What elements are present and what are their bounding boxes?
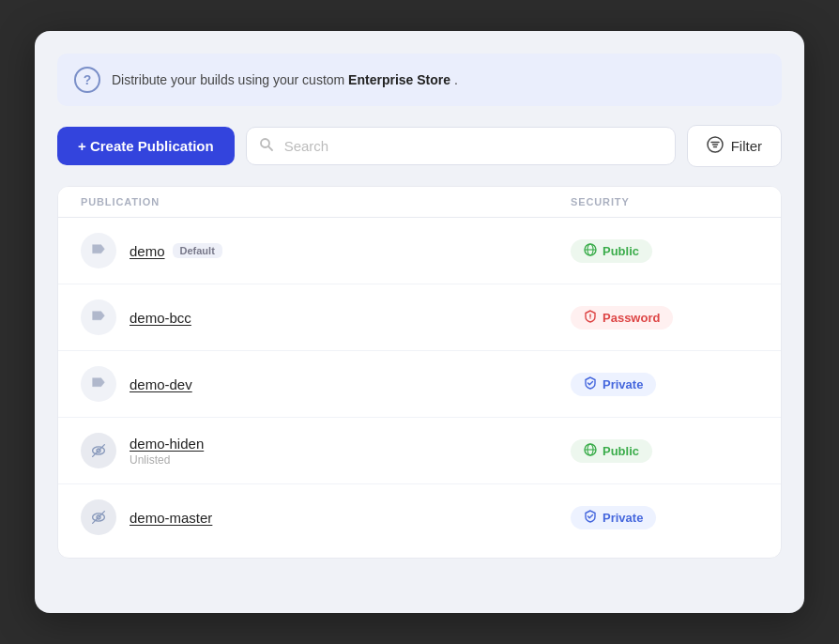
pub-name: demo-hiden (130, 436, 204, 452)
pub-cell: demo Default (81, 233, 571, 268)
security-label: Password (603, 311, 660, 325)
pub-name: demo-master (130, 510, 212, 526)
pub-name-wrapper: demo Default (130, 243, 222, 259)
shield-check-icon (584, 376, 597, 392)
security-label: Public (603, 244, 639, 258)
svg-line-1 (268, 146, 272, 149)
security-label: Private (603, 511, 643, 525)
security-label: Private (603, 377, 643, 391)
info-banner-text: Distribute your builds using your custom… (112, 72, 458, 87)
pub-name: demo (130, 243, 165, 259)
table-row[interactable]: demo-bcc Password (58, 284, 781, 351)
globe-icon (584, 443, 597, 459)
security-badge: Password (571, 306, 673, 330)
table-row[interactable]: demo Default Public (58, 218, 781, 284)
security-cell: Private (571, 506, 758, 529)
security-cell: Public (571, 439, 758, 463)
pub-name-row: demo Default (130, 243, 222, 259)
security-cell: Password (571, 306, 758, 330)
pub-cell: demo-master (81, 499, 571, 535)
pub-cell: demo-bcc (81, 299, 571, 335)
security-badge: Public (571, 239, 652, 263)
pub-name-wrapper: demo-bcc (130, 310, 191, 326)
create-publication-button[interactable]: + Create Publication (57, 127, 235, 165)
security-label: Public (603, 444, 639, 458)
table-row[interactable]: demo-master Private (58, 484, 781, 558)
banner-text-highlight: Enterprise Store (348, 72, 450, 87)
pub-name: demo-dev (130, 376, 192, 392)
security-cell: Public (571, 239, 758, 263)
security-badge: Private (571, 373, 656, 396)
search-input[interactable] (246, 127, 676, 165)
filter-label: Filter (731, 138, 762, 154)
search-wrapper (246, 127, 676, 165)
search-icon (259, 137, 274, 156)
security-badge: Private (571, 506, 656, 529)
pub-icon (81, 499, 116, 535)
pub-name-wrapper: demo-hiden Unlisted (130, 436, 204, 467)
security-cell: Private (571, 373, 758, 396)
pub-name-wrapper: demo-master (130, 510, 212, 526)
pub-name-row: demo-dev (130, 376, 192, 392)
pub-icon (81, 299, 116, 335)
globe-icon (584, 243, 597, 259)
info-banner: ? Distribute your builds using your cust… (57, 54, 782, 106)
col-publication: PUBLICATION (81, 196, 571, 207)
table-row[interactable]: demo-hiden Unlisted Public (58, 418, 781, 484)
pub-sublabel: Unlisted (130, 453, 204, 467)
pub-cell: demo-dev (81, 366, 571, 402)
pub-icon (81, 233, 116, 268)
toolbar: + Create Publication Filter (57, 125, 782, 167)
publications-table: PUBLICATION SECURITY demo Default (57, 186, 782, 559)
table-header: PUBLICATION SECURITY (58, 187, 781, 218)
pub-name: demo-bcc (130, 310, 191, 326)
pub-default-badge: Default (173, 243, 222, 258)
pub-icon (81, 366, 116, 402)
shield-check-icon (584, 510, 597, 526)
filter-button[interactable]: Filter (687, 125, 782, 167)
pub-name-wrapper: demo-dev (130, 376, 192, 392)
banner-text-after: . (450, 72, 458, 87)
pub-name-row: demo-master (130, 510, 212, 526)
pub-name-row: demo-hiden (130, 436, 204, 452)
filter-icon (707, 136, 724, 156)
app-container: ? Distribute your builds using your cust… (35, 31, 804, 613)
pub-cell: demo-hiden Unlisted (81, 433, 571, 468)
pub-name-row: demo-bcc (130, 310, 191, 326)
banner-text-before: Distribute your builds using your custom (112, 72, 348, 87)
svg-point-10 (589, 317, 590, 318)
security-badge: Public (571, 439, 652, 463)
info-icon: ? (74, 67, 100, 93)
shield-icon (584, 310, 597, 326)
pub-icon (81, 433, 116, 468)
table-row[interactable]: demo-dev Private (58, 351, 781, 418)
col-security: SECURITY (571, 196, 758, 207)
